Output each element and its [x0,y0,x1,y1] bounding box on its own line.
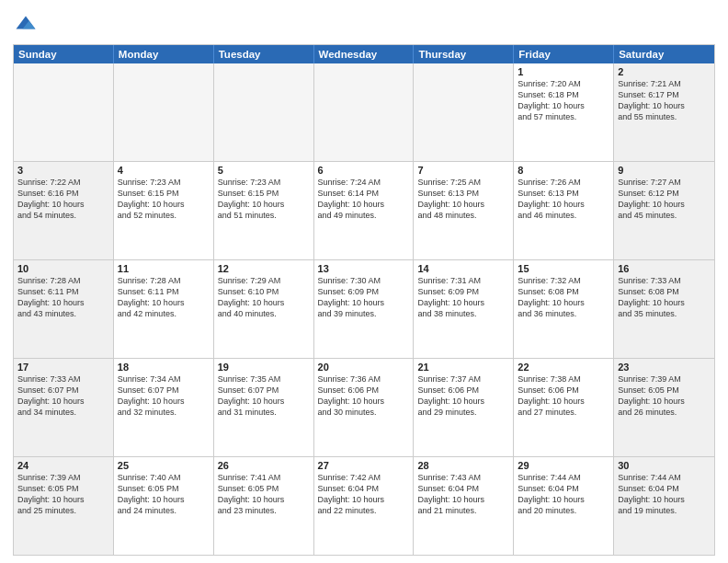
day-info: Sunrise: 7:31 AM Sunset: 6:09 PM Dayligh… [417,275,509,320]
day-info: Sunrise: 7:39 AM Sunset: 6:05 PM Dayligh… [17,472,109,517]
day-cell-29: 29Sunrise: 7:44 AM Sunset: 6:04 PM Dayli… [514,457,614,555]
day-info: Sunrise: 7:27 AM Sunset: 6:12 PM Dayligh… [618,177,711,222]
day-info: Sunrise: 7:38 AM Sunset: 6:06 PM Dayligh… [518,373,609,419]
day-number: 19 [218,362,310,373]
day-cell-22: 22Sunrise: 7:38 AM Sunset: 6:06 PM Dayli… [514,359,614,456]
day-number: 5 [218,165,310,176]
header-day-saturday: Saturday [614,45,714,63]
day-info: Sunrise: 7:33 AM Sunset: 6:08 PM Dayligh… [618,275,711,320]
day-number: 14 [417,263,509,274]
day-cell-27: 27Sunrise: 7:42 AM Sunset: 6:04 PM Dayli… [314,457,415,555]
day-number: 18 [118,362,210,373]
day-cell-26: 26Sunrise: 7:41 AM Sunset: 6:05 PM Dayli… [214,457,314,555]
day-number: 8 [518,165,609,176]
day-info: Sunrise: 7:41 AM Sunset: 6:05 PM Dayligh… [218,472,310,517]
header-day-sunday: Sunday [14,45,114,63]
day-info: Sunrise: 7:43 AM Sunset: 6:04 PM Dayligh… [417,472,509,517]
day-info: Sunrise: 7:33 AM Sunset: 6:07 PM Dayligh… [17,373,109,419]
day-info: Sunrise: 7:22 AM Sunset: 6:16 PM Dayligh… [17,177,109,222]
day-cell-13: 13Sunrise: 7:30 AM Sunset: 6:09 PM Dayli… [314,260,415,358]
day-number: 30 [618,460,711,471]
header-day-monday: Monday [114,45,214,63]
header-day-friday: Friday [514,45,614,63]
calendar-header: SundayMondayTuesdayWednesdayThursdayFrid… [14,45,714,63]
day-cell-11: 11Sunrise: 7:28 AM Sunset: 6:11 PM Dayli… [114,260,214,358]
calendar-row-3: 17Sunrise: 7:33 AM Sunset: 6:07 PM Dayli… [14,359,714,457]
day-cell-24: 24Sunrise: 7:39 AM Sunset: 6:05 PM Dayli… [14,457,114,555]
day-number: 20 [318,362,410,373]
logo-icon [13,13,39,39]
day-info: Sunrise: 7:28 AM Sunset: 6:11 PM Dayligh… [118,275,210,320]
day-cell-10: 10Sunrise: 7:28 AM Sunset: 6:11 PM Dayli… [14,260,114,358]
day-cell-20: 20Sunrise: 7:36 AM Sunset: 6:06 PM Dayli… [314,359,415,456]
day-cell-8: 8Sunrise: 7:26 AM Sunset: 6:13 PM Daylig… [514,162,614,259]
calendar-row-0: 1Sunrise: 7:20 AM Sunset: 6:18 PM Daylig… [14,63,714,162]
day-info: Sunrise: 7:32 AM Sunset: 6:08 PM Dayligh… [518,275,609,320]
header-day-tuesday: Tuesday [214,45,314,63]
day-cell-15: 15Sunrise: 7:32 AM Sunset: 6:08 PM Dayli… [514,260,614,358]
day-cell-4: 4Sunrise: 7:23 AM Sunset: 6:15 PM Daylig… [114,162,214,259]
day-info: Sunrise: 7:34 AM Sunset: 6:07 PM Dayligh… [118,373,210,419]
day-number: 28 [417,460,509,471]
day-number: 7 [417,165,509,176]
empty-cell-0-3 [314,63,415,161]
day-number: 12 [218,263,310,274]
day-cell-9: 9Sunrise: 7:27 AM Sunset: 6:12 PM Daylig… [614,162,714,259]
day-number: 2 [618,66,711,77]
day-cell-28: 28Sunrise: 7:43 AM Sunset: 6:04 PM Dayli… [414,457,514,555]
day-info: Sunrise: 7:42 AM Sunset: 6:04 PM Dayligh… [318,472,410,517]
day-number: 27 [318,460,410,471]
empty-cell-0-0 [14,63,114,161]
day-cell-2: 2Sunrise: 7:21 AM Sunset: 6:17 PM Daylig… [614,63,714,161]
day-number: 24 [17,460,109,471]
day-info: Sunrise: 7:25 AM Sunset: 6:13 PM Dayligh… [417,177,509,222]
day-number: 10 [17,263,109,274]
day-number: 29 [518,460,609,471]
day-info: Sunrise: 7:44 AM Sunset: 6:04 PM Dayligh… [518,472,609,517]
day-info: Sunrise: 7:37 AM Sunset: 6:06 PM Dayligh… [417,373,509,419]
day-number: 6 [318,165,410,176]
calendar-body: 1Sunrise: 7:20 AM Sunset: 6:18 PM Daylig… [14,63,714,555]
day-info: Sunrise: 7:24 AM Sunset: 6:14 PM Dayligh… [318,177,410,222]
day-info: Sunrise: 7:36 AM Sunset: 6:06 PM Dayligh… [318,373,410,419]
day-info: Sunrise: 7:29 AM Sunset: 6:10 PM Dayligh… [218,275,310,320]
day-cell-1: 1Sunrise: 7:20 AM Sunset: 6:18 PM Daylig… [514,63,614,161]
day-info: Sunrise: 7:44 AM Sunset: 6:04 PM Dayligh… [618,472,711,517]
calendar-row-4: 24Sunrise: 7:39 AM Sunset: 6:05 PM Dayli… [14,457,714,555]
day-cell-14: 14Sunrise: 7:31 AM Sunset: 6:09 PM Dayli… [414,260,514,358]
calendar: SundayMondayTuesdayWednesdayThursdayFrid… [13,44,715,556]
day-info: Sunrise: 7:35 AM Sunset: 6:07 PM Dayligh… [218,373,310,419]
day-cell-25: 25Sunrise: 7:40 AM Sunset: 6:05 PM Dayli… [114,457,214,555]
day-number: 15 [518,263,609,274]
day-number: 11 [118,263,210,274]
day-info: Sunrise: 7:28 AM Sunset: 6:11 PM Dayligh… [17,275,109,320]
day-number: 26 [218,460,310,471]
day-cell-19: 19Sunrise: 7:35 AM Sunset: 6:07 PM Dayli… [214,359,314,456]
day-number: 4 [118,165,210,176]
day-number: 21 [417,362,509,373]
day-cell-12: 12Sunrise: 7:29 AM Sunset: 6:10 PM Dayli… [214,260,314,358]
day-number: 23 [618,362,711,373]
day-info: Sunrise: 7:20 AM Sunset: 6:18 PM Dayligh… [518,78,609,123]
empty-cell-0-4 [414,63,514,161]
day-number: 25 [118,460,210,471]
header-day-thursday: Thursday [414,45,514,63]
day-number: 16 [618,263,711,274]
header-day-wednesday: Wednesday [314,45,415,63]
day-number: 1 [518,66,609,77]
day-info: Sunrise: 7:21 AM Sunset: 6:17 PM Dayligh… [618,78,711,123]
day-info: Sunrise: 7:23 AM Sunset: 6:15 PM Dayligh… [218,177,310,222]
day-cell-6: 6Sunrise: 7:24 AM Sunset: 6:14 PM Daylig… [314,162,415,259]
page-container: SundayMondayTuesdayWednesdayThursdayFrid… [0,0,728,563]
empty-cell-0-1 [114,63,214,161]
day-cell-30: 30Sunrise: 7:44 AM Sunset: 6:04 PM Dayli… [614,457,714,555]
calendar-row-2: 10Sunrise: 7:28 AM Sunset: 6:11 PM Dayli… [14,260,714,359]
day-info: Sunrise: 7:26 AM Sunset: 6:13 PM Dayligh… [518,177,609,222]
day-number: 22 [518,362,609,373]
day-info: Sunrise: 7:23 AM Sunset: 6:15 PM Dayligh… [118,177,210,222]
day-cell-3: 3Sunrise: 7:22 AM Sunset: 6:16 PM Daylig… [14,162,114,259]
day-info: Sunrise: 7:30 AM Sunset: 6:09 PM Dayligh… [318,275,410,320]
day-number: 17 [17,362,109,373]
day-cell-17: 17Sunrise: 7:33 AM Sunset: 6:07 PM Dayli… [14,359,114,456]
day-cell-16: 16Sunrise: 7:33 AM Sunset: 6:08 PM Dayli… [614,260,714,358]
